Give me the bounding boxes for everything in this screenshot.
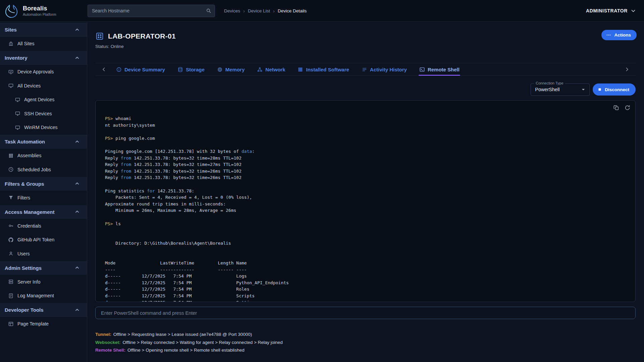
status-line-label: Tunnel: xyxy=(95,332,111,337)
tab-label: Network xyxy=(265,67,285,72)
sidebar-item-agent-devices[interactable]: Agent Devices xyxy=(0,93,87,107)
copy-icon xyxy=(613,105,620,111)
brand-subtitle: Automation Platform xyxy=(23,12,56,16)
sidebar-section-filters-groups[interactable]: Filters & Groups xyxy=(0,177,87,191)
tab-device-summary[interactable]: Device Summary xyxy=(115,63,166,75)
tab-network[interactable]: Network xyxy=(256,63,286,75)
sidebar-item-label: Device Approvals xyxy=(17,69,54,74)
section-label: Developer Tools xyxy=(5,307,44,313)
refresh-icon xyxy=(624,105,631,111)
terminal-line: d----- 12/7/2025 7:54 PM Roles xyxy=(105,286,626,293)
copy-button[interactable] xyxy=(613,105,620,111)
terminal-line: PS> ping google.com xyxy=(105,135,626,142)
hostname-search xyxy=(88,5,215,17)
device-check-icon xyxy=(8,69,14,75)
connection-row: Connection Type PowerShell Disconnect xyxy=(95,83,636,96)
terminal-line: PS> whoami xyxy=(105,115,626,122)
sidebar-item-page-template[interactable]: Page Template xyxy=(0,317,87,331)
tab-label: Remote Shell xyxy=(428,67,460,72)
sidebar-section-access-management[interactable]: Access Management xyxy=(0,205,87,219)
sidebar-item-label: SSH Devices xyxy=(24,111,52,116)
key-icon xyxy=(8,223,14,229)
user-name: ADMINISTRATOR xyxy=(586,8,628,13)
stop-icon xyxy=(598,87,602,92)
terminal-line: PS> ls xyxy=(105,221,626,227)
device-grid-icon xyxy=(95,32,104,41)
tabs-scroll-right-button[interactable] xyxy=(624,63,636,75)
sidebar-item-credentials[interactable]: Credentials xyxy=(0,219,87,233)
sidebar-item-device-approvals[interactable]: Device Approvals xyxy=(0,65,87,79)
history-icon xyxy=(362,67,367,72)
sidebar-item-scheduled-jobs[interactable]: Scheduled Jobs xyxy=(0,163,87,177)
status-line-text: Offline > Requesting lease > Lease issue… xyxy=(113,332,252,337)
terminal-line xyxy=(105,253,626,260)
tab-storage[interactable]: Storage xyxy=(177,63,205,75)
sidebar-item-label: Credentials xyxy=(17,223,41,229)
sidebar-item-log-management[interactable]: Log Management xyxy=(0,289,87,303)
connection-type-select[interactable]: Connection Type PowerShell xyxy=(531,83,590,96)
section-label: Inventory xyxy=(5,55,28,61)
status-line-tunnel: Tunnel:Offline > Requesting lease > Leas… xyxy=(95,330,636,339)
section-label: Admin Settings xyxy=(5,265,42,271)
sidebar-section-task-automation[interactable]: Task Automation xyxy=(0,135,87,149)
sidebar-section-admin-settings[interactable]: Admin Settings xyxy=(0,261,87,275)
template-icon xyxy=(8,321,14,327)
terminal-panel[interactable]: PS> whoamint authority\system PS> ping g… xyxy=(95,100,636,302)
tab-memory[interactable]: Memory xyxy=(216,63,246,75)
chevron-up-icon xyxy=(74,27,80,33)
sidebar-item-winrm-devices[interactable]: WinRM Devices xyxy=(0,121,87,135)
monitor-icon xyxy=(15,97,20,103)
tab-activity-history[interactable]: Activity History xyxy=(361,63,408,75)
sidebar-item-label: Users xyxy=(17,251,30,256)
sidebar-item-server-info[interactable]: Server Info xyxy=(0,275,87,289)
terminal-line: d----- 12/7/2025 7:54 PM Scripts xyxy=(105,293,626,299)
sidebar-item-assemblies[interactable]: Assemblies xyxy=(0,149,87,163)
tab-remote-shell[interactable]: Remote Shell xyxy=(419,63,460,75)
disconnect-button-label: Disconnect xyxy=(605,87,629,92)
search-input[interactable] xyxy=(88,5,215,17)
sidebar-item-github-api-token[interactable]: GitHub API Token xyxy=(0,233,87,247)
brand: Borealis Automation Platform xyxy=(0,3,87,19)
terminal-output[interactable]: PS> whoamint authority\system PS> ping g… xyxy=(96,101,635,302)
sidebar-item-ssh-devices[interactable]: SSH Devices xyxy=(0,107,87,121)
terminal-line: Reply from 142.251.33.78: bytes=32 time=… xyxy=(105,155,626,162)
terminal-line: Reply from 142.251.33.78: bytes=32 time=… xyxy=(105,174,626,181)
tab-label: Memory xyxy=(225,67,245,72)
tab-installed-software[interactable]: Installed Software xyxy=(297,63,350,75)
caret-down-icon xyxy=(580,86,587,93)
sidebar-item-users[interactable]: Users xyxy=(0,247,87,261)
breadcrumb-item-devices[interactable]: Devices xyxy=(224,8,240,13)
sidebar-section-sites[interactable]: Sites xyxy=(0,23,87,37)
sidebar-section-inventory[interactable]: Inventory xyxy=(0,51,87,65)
terminal-line xyxy=(105,227,626,234)
actions-button[interactable]: Actions xyxy=(601,30,637,40)
disconnect-button[interactable]: Disconnect xyxy=(593,83,636,96)
terminal-line: ---- ------------- ------ ---- xyxy=(105,266,626,273)
breadcrumb-item-device-list[interactable]: Device List xyxy=(248,8,270,13)
monitor-icon xyxy=(15,111,20,116)
device-status: Status: Online xyxy=(95,44,636,49)
chevron-up-icon xyxy=(74,265,80,271)
command-input[interactable] xyxy=(95,307,636,319)
tabs-scroll-left-button[interactable] xyxy=(95,63,107,75)
sidebar-item-filters[interactable]: Filters xyxy=(0,191,87,205)
refresh-button[interactable] xyxy=(624,105,631,111)
sidebar-item-all-devices[interactable]: All Devices xyxy=(0,79,87,93)
sidebar-item-all-sites[interactable]: All Sites xyxy=(0,37,87,51)
search-icon[interactable] xyxy=(206,8,212,14)
breadcrumb-item-device-details[interactable]: Device Details xyxy=(278,8,307,13)
user-menu[interactable]: ADMINISTRATOR xyxy=(586,7,637,14)
chevron-up-icon xyxy=(74,181,80,187)
sidebar-item-label: Agent Devices xyxy=(24,97,54,102)
terminal-line: Approximate round trip times in milli-se… xyxy=(105,201,626,207)
terminal-line xyxy=(105,181,626,188)
terminal-line xyxy=(105,247,626,253)
terminal-line: d----- 12/7/2025 7:54 PM Logs xyxy=(105,273,626,280)
status-line-text: Offline > Opening remote shell > Remote … xyxy=(127,348,245,353)
server-icon xyxy=(8,279,14,285)
status-line-text: Offline > Relay connected > Waiting for … xyxy=(123,340,283,345)
tabbar: Device SummaryStorageMemoryNetworkInstal… xyxy=(95,63,636,76)
bank-icon xyxy=(8,41,14,47)
sidebar-section-developer-tools[interactable]: Developer Tools xyxy=(0,303,87,317)
terminal-line: nt authority\system xyxy=(105,122,626,129)
